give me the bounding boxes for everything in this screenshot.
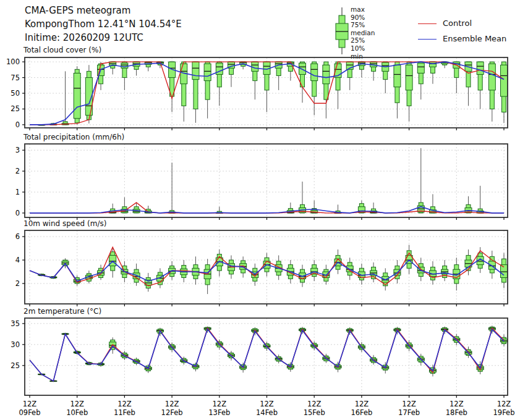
y-tick-label: 0 xyxy=(15,120,20,129)
box-25-75 xyxy=(417,63,424,73)
box-25-75 xyxy=(429,62,436,67)
y-tick-label: 6 xyxy=(15,232,20,241)
box-25-75 xyxy=(382,277,389,282)
y-tick-label: 4 xyxy=(15,256,20,264)
y-tick-label: 1 xyxy=(15,188,20,196)
meteogram-app: CMA-GEPS meteogram KompongThom 12.41°N 1… xyxy=(0,0,520,420)
x-tick-hour-label: 12Z xyxy=(355,400,369,408)
y-tick-label: 30 xyxy=(11,340,20,349)
x-tick-date-label: 18Feb xyxy=(446,408,467,417)
x-tick-date-label: 14Feb xyxy=(256,408,278,417)
x-tick-hour-label: 12Z xyxy=(213,400,227,408)
panel-frame xyxy=(25,318,508,395)
panel-frame xyxy=(25,144,508,217)
x-tick-date-label: 17Feb xyxy=(398,408,420,417)
box-25-75 xyxy=(477,62,484,74)
box-25-75 xyxy=(323,65,330,84)
y-tick-label: 2 xyxy=(15,279,20,288)
y-tick-label: 3 xyxy=(15,146,20,154)
y-tick-label: 25 xyxy=(11,361,20,370)
x-tick-hour-label: 12Z xyxy=(165,400,179,408)
y-tick-label: 50 xyxy=(11,89,20,98)
x-tick-date-label: 15Feb xyxy=(304,408,325,417)
x-tick-hour-label: 12Z xyxy=(70,400,84,408)
x-tick-date-label: 13Feb xyxy=(208,408,230,417)
control-line xyxy=(30,328,504,381)
x-tick-hour-label: 12Z xyxy=(260,400,274,408)
y-tick-label: 0 xyxy=(15,209,20,217)
x-tick-hour-label: 12Z xyxy=(497,400,511,408)
box-25-75 xyxy=(488,64,495,90)
box-25-75 xyxy=(501,65,508,96)
y-tick-label: 35 xyxy=(11,319,20,328)
x-tick-hour-label: 12Z xyxy=(402,400,416,408)
box-25-75 xyxy=(406,65,412,90)
x-tick-date-label: 19Feb xyxy=(493,408,515,417)
box-25-75 xyxy=(394,65,401,87)
x-tick-date-label: 12Feb xyxy=(161,408,183,417)
x-tick-date-label: 11Feb xyxy=(114,408,135,417)
y-tick-label: 2 xyxy=(15,167,20,175)
box-25-75 xyxy=(252,62,258,71)
x-tick-hour-label: 12Z xyxy=(450,400,464,408)
y-tick-label: 100 xyxy=(6,57,20,66)
box-25-75 xyxy=(192,62,199,80)
box-25-75 xyxy=(311,64,318,80)
x-tick-date-label: 10Feb xyxy=(66,408,88,417)
x-tick-date-label: 16Feb xyxy=(351,408,372,417)
box-25-75 xyxy=(74,73,80,118)
x-tick-hour-label: 12Z xyxy=(117,400,132,408)
x-tick-date-label: 09Feb xyxy=(19,408,41,417)
meteogram-plot: 0255075100012324625303512Z09Feb12Z10Feb1… xyxy=(0,0,520,420)
box-25-75 xyxy=(204,64,211,80)
x-tick-hour-label: 12Z xyxy=(23,400,37,408)
y-tick-label: 25 xyxy=(11,104,20,113)
y-tick-label: 75 xyxy=(11,74,20,82)
x-tick-hour-label: 12Z xyxy=(307,400,322,408)
